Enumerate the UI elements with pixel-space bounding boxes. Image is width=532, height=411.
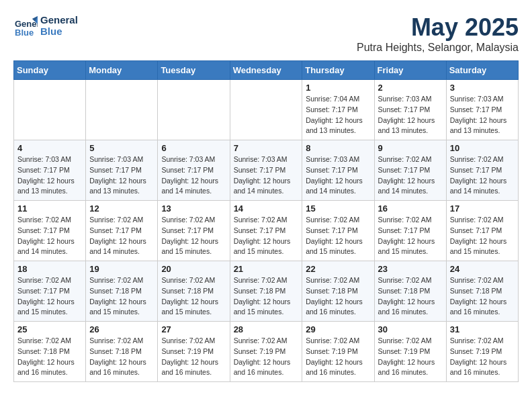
calendar-cell: 14Sunrise: 7:02 AM Sunset: 7:17 PM Dayli… bbox=[230, 201, 302, 261]
day-info: Sunrise: 7:02 AM Sunset: 7:18 PM Dayligh… bbox=[234, 275, 299, 318]
calendar-cell bbox=[86, 80, 158, 140]
day-number: 12 bbox=[89, 203, 154, 214]
day-number: 21 bbox=[234, 264, 299, 274]
day-info: Sunrise: 7:02 AM Sunset: 7:19 PM Dayligh… bbox=[450, 336, 515, 378]
calendar-cell: 26Sunrise: 7:02 AM Sunset: 7:18 PM Dayli… bbox=[86, 322, 158, 382]
day-number: 15 bbox=[306, 203, 370, 214]
day-info: Sunrise: 7:03 AM Sunset: 7:17 PM Dayligh… bbox=[306, 154, 370, 197]
week-row-5: 25Sunrise: 7:02 AM Sunset: 7:18 PM Dayli… bbox=[14, 322, 519, 382]
calendar-cell: 8Sunrise: 7:03 AM Sunset: 7:17 PM Daylig… bbox=[302, 140, 374, 201]
day-info: Sunrise: 7:03 AM Sunset: 7:17 PM Dayligh… bbox=[378, 94, 443, 136]
calendar-cell: 13Sunrise: 7:02 AM Sunset: 7:17 PM Dayli… bbox=[158, 201, 230, 261]
day-info: Sunrise: 7:02 AM Sunset: 7:17 PM Dayligh… bbox=[161, 215, 226, 257]
calendar-cell bbox=[230, 80, 302, 140]
day-number: 7 bbox=[234, 143, 299, 153]
header: General Blue General Blue May 2025 Putra… bbox=[13, 13, 519, 54]
weekday-header-friday: Friday bbox=[374, 61, 446, 80]
calendar-cell: 15Sunrise: 7:02 AM Sunset: 7:17 PM Dayli… bbox=[302, 201, 374, 261]
logo-line2: Blue bbox=[40, 26, 78, 37]
weekday-header-sunday: Sunday bbox=[14, 61, 86, 80]
day-number: 29 bbox=[306, 324, 370, 334]
calendar-cell: 3Sunrise: 7:03 AM Sunset: 7:17 PM Daylig… bbox=[446, 80, 518, 140]
day-number: 8 bbox=[306, 143, 370, 153]
day-number: 2 bbox=[378, 83, 443, 93]
week-row-3: 11Sunrise: 7:02 AM Sunset: 7:17 PM Dayli… bbox=[14, 201, 519, 261]
calendar-cell bbox=[14, 80, 86, 140]
day-info: Sunrise: 7:03 AM Sunset: 7:17 PM Dayligh… bbox=[89, 154, 154, 197]
day-info: Sunrise: 7:02 AM Sunset: 7:17 PM Dayligh… bbox=[378, 215, 443, 257]
logo-line1: General bbox=[40, 14, 78, 26]
day-number: 4 bbox=[17, 143, 82, 153]
day-info: Sunrise: 7:02 AM Sunset: 7:18 PM Dayligh… bbox=[161, 275, 226, 318]
day-info: Sunrise: 7:03 AM Sunset: 7:17 PM Dayligh… bbox=[450, 94, 515, 136]
day-number: 30 bbox=[378, 324, 443, 334]
week-row-4: 18Sunrise: 7:02 AM Sunset: 7:17 PM Dayli… bbox=[14, 261, 519, 322]
day-number: 16 bbox=[378, 203, 443, 214]
calendar-cell: 23Sunrise: 7:02 AM Sunset: 7:18 PM Dayli… bbox=[374, 261, 446, 322]
weekday-header-wednesday: Wednesday bbox=[230, 61, 302, 80]
calendar-table: SundayMondayTuesdayWednesdayThursdayFrid… bbox=[13, 60, 519, 382]
day-number: 27 bbox=[161, 324, 226, 334]
calendar-cell: 5Sunrise: 7:03 AM Sunset: 7:17 PM Daylig… bbox=[86, 140, 158, 201]
day-number: 13 bbox=[161, 203, 226, 214]
calendar-cell: 17Sunrise: 7:02 AM Sunset: 7:17 PM Dayli… bbox=[446, 201, 518, 261]
calendar-cell: 29Sunrise: 7:02 AM Sunset: 7:19 PM Dayli… bbox=[302, 322, 374, 382]
day-number: 9 bbox=[378, 143, 443, 153]
day-number: 28 bbox=[234, 324, 299, 334]
day-info: Sunrise: 7:02 AM Sunset: 7:17 PM Dayligh… bbox=[306, 215, 370, 257]
day-info: Sunrise: 7:02 AM Sunset: 7:19 PM Dayligh… bbox=[306, 336, 370, 378]
day-info: Sunrise: 7:02 AM Sunset: 7:17 PM Dayligh… bbox=[450, 215, 515, 257]
day-info: Sunrise: 7:02 AM Sunset: 7:17 PM Dayligh… bbox=[234, 215, 299, 257]
day-info: Sunrise: 7:02 AM Sunset: 7:19 PM Dayligh… bbox=[378, 336, 443, 378]
calendar-cell: 20Sunrise: 7:02 AM Sunset: 7:18 PM Dayli… bbox=[158, 261, 230, 322]
week-row-2: 4Sunrise: 7:03 AM Sunset: 7:17 PM Daylig… bbox=[14, 140, 519, 201]
day-info: Sunrise: 7:02 AM Sunset: 7:19 PM Dayligh… bbox=[234, 336, 299, 378]
day-number: 11 bbox=[17, 203, 82, 214]
calendar-cell: 24Sunrise: 7:02 AM Sunset: 7:18 PM Dayli… bbox=[446, 261, 518, 322]
day-info: Sunrise: 7:03 AM Sunset: 7:17 PM Dayligh… bbox=[17, 154, 82, 197]
weekday-header-monday: Monday bbox=[86, 61, 158, 80]
day-info: Sunrise: 7:02 AM Sunset: 7:18 PM Dayligh… bbox=[306, 275, 370, 318]
day-info: Sunrise: 7:02 AM Sunset: 7:18 PM Dayligh… bbox=[450, 275, 515, 318]
calendar-cell: 4Sunrise: 7:03 AM Sunset: 7:17 PM Daylig… bbox=[14, 140, 86, 201]
calendar-cell: 2Sunrise: 7:03 AM Sunset: 7:17 PM Daylig… bbox=[374, 80, 446, 140]
calendar-cell bbox=[158, 80, 230, 140]
logo: General Blue General Blue bbox=[13, 13, 78, 38]
day-number: 22 bbox=[306, 264, 370, 274]
weekday-header-thursday: Thursday bbox=[302, 61, 374, 80]
day-number: 23 bbox=[378, 264, 443, 274]
calendar-cell: 12Sunrise: 7:02 AM Sunset: 7:17 PM Dayli… bbox=[86, 201, 158, 261]
day-number: 24 bbox=[450, 264, 515, 274]
day-info: Sunrise: 7:02 AM Sunset: 7:18 PM Dayligh… bbox=[378, 275, 443, 318]
calendar-cell: 1Sunrise: 7:04 AM Sunset: 7:17 PM Daylig… bbox=[302, 80, 374, 140]
day-info: Sunrise: 7:04 AM Sunset: 7:17 PM Dayligh… bbox=[306, 94, 370, 136]
calendar-cell: 27Sunrise: 7:02 AM Sunset: 7:19 PM Dayli… bbox=[158, 322, 230, 382]
day-number: 19 bbox=[89, 264, 154, 274]
day-number: 18 bbox=[17, 264, 82, 274]
calendar-cell: 28Sunrise: 7:02 AM Sunset: 7:19 PM Dayli… bbox=[230, 322, 302, 382]
day-info: Sunrise: 7:02 AM Sunset: 7:17 PM Dayligh… bbox=[17, 275, 82, 318]
day-number: 17 bbox=[450, 203, 515, 214]
calendar-subtitle: Putra Heights, Selangor, Malaysia bbox=[357, 42, 519, 54]
logo-icon: General Blue bbox=[13, 13, 38, 38]
day-info: Sunrise: 7:02 AM Sunset: 7:17 PM Dayligh… bbox=[17, 215, 82, 257]
calendar-cell: 10Sunrise: 7:02 AM Sunset: 7:17 PM Dayli… bbox=[446, 140, 518, 201]
day-info: Sunrise: 7:02 AM Sunset: 7:18 PM Dayligh… bbox=[17, 336, 82, 378]
day-number: 3 bbox=[450, 83, 515, 93]
calendar-cell: 16Sunrise: 7:02 AM Sunset: 7:17 PM Dayli… bbox=[374, 201, 446, 261]
day-number: 26 bbox=[89, 324, 154, 334]
title-area: May 2025 Putra Heights, Selangor, Malays… bbox=[357, 13, 519, 54]
day-info: Sunrise: 7:02 AM Sunset: 7:17 PM Dayligh… bbox=[378, 154, 443, 197]
calendar-cell: 25Sunrise: 7:02 AM Sunset: 7:18 PM Dayli… bbox=[14, 322, 86, 382]
day-info: Sunrise: 7:02 AM Sunset: 7:17 PM Dayligh… bbox=[89, 215, 154, 257]
calendar-cell: 11Sunrise: 7:02 AM Sunset: 7:17 PM Dayli… bbox=[14, 201, 86, 261]
weekday-header-tuesday: Tuesday bbox=[158, 61, 230, 80]
weekday-header-row: SundayMondayTuesdayWednesdayThursdayFrid… bbox=[14, 61, 519, 80]
calendar-title: May 2025 bbox=[357, 13, 519, 42]
calendar-cell: 22Sunrise: 7:02 AM Sunset: 7:18 PM Dayli… bbox=[302, 261, 374, 322]
day-number: 14 bbox=[234, 203, 299, 214]
weekday-header-saturday: Saturday bbox=[446, 61, 518, 80]
day-info: Sunrise: 7:03 AM Sunset: 7:17 PM Dayligh… bbox=[234, 154, 299, 197]
day-number: 31 bbox=[450, 324, 515, 334]
day-number: 1 bbox=[306, 83, 370, 93]
